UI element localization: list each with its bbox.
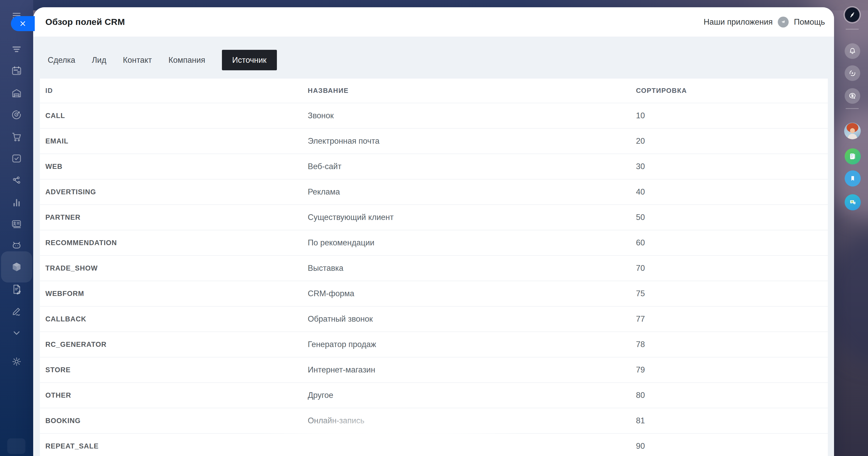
page-title: Обзор полей CRM bbox=[45, 17, 125, 27]
row-name: Существующий клиент bbox=[308, 213, 636, 222]
table-row: REPEAT_SALE 90 bbox=[40, 433, 828, 456]
column-header-sort: СОРТИРОВКА bbox=[636, 87, 828, 95]
crm-target-icon[interactable] bbox=[10, 109, 23, 121]
table-row: BOOKING Онлайн-запись 81 bbox=[40, 408, 828, 433]
row-name: Обратный звонок bbox=[308, 314, 636, 324]
header-links: Наши приложения Помощь bbox=[704, 7, 825, 37]
tab-lead[interactable]: Лид bbox=[92, 50, 106, 70]
row-id: REPEAT_SALE bbox=[40, 442, 308, 450]
table-row: RECOMMENDATION По рекомендации 60 bbox=[40, 230, 828, 255]
planner-icon[interactable] bbox=[10, 65, 23, 77]
entity-tabs: СделкаЛидКонтактКомпанияИсточник bbox=[48, 50, 277, 70]
row-name: Звонок bbox=[308, 111, 636, 120]
table-body: CALL Звонок 10 EMAIL Электронная почта 2… bbox=[40, 103, 828, 456]
row-sort: 30 bbox=[636, 162, 828, 171]
row-name: Интернет-магазин bbox=[308, 365, 636, 374]
row-sort: 70 bbox=[636, 264, 828, 273]
our-apps-link[interactable]: Наши приложения bbox=[704, 18, 773, 27]
row-id: PARTNER bbox=[40, 213, 308, 221]
table-row: STORE Интернет-магазин 79 bbox=[40, 357, 828, 382]
shop-cart-icon[interactable] bbox=[10, 130, 23, 143]
row-name: Веб-сайт bbox=[308, 162, 636, 171]
bookmark-app-icon[interactable] bbox=[845, 171, 861, 186]
bar-chart-icon[interactable] bbox=[10, 196, 23, 209]
telegram-icon[interactable] bbox=[778, 17, 789, 28]
chevron-down-icon[interactable] bbox=[10, 327, 23, 339]
id-card-icon[interactable] bbox=[10, 218, 23, 230]
robot-icon[interactable] bbox=[10, 239, 23, 252]
row-id: WEB bbox=[40, 163, 308, 171]
row-id: OTHER bbox=[40, 391, 308, 399]
row-name: Реклама bbox=[308, 187, 636, 196]
row-sort: 50 bbox=[636, 213, 828, 222]
row-name: Другое bbox=[308, 391, 636, 400]
row-sort: 77 bbox=[636, 314, 828, 324]
row-sort: 79 bbox=[636, 365, 828, 374]
table-row: PARTNER Существующий клиент 50 bbox=[40, 204, 828, 230]
table-row: EMAIL Электронная почта 20 bbox=[40, 128, 828, 154]
storage-icon[interactable] bbox=[10, 87, 23, 99]
row-name: Электронная почта bbox=[308, 136, 636, 146]
notifications-button[interactable] bbox=[845, 43, 860, 59]
tab-source[interactable]: Источник bbox=[222, 50, 277, 70]
row-id: EMAIL bbox=[40, 137, 308, 145]
table-row: OTHER Другое 80 bbox=[40, 382, 828, 408]
document-edit-icon[interactable] bbox=[10, 283, 23, 296]
row-id: RECOMMENDATION bbox=[40, 239, 308, 247]
row-sort: 60 bbox=[636, 238, 828, 247]
help-link[interactable]: Помощь bbox=[794, 18, 825, 27]
row-sort: 78 bbox=[636, 340, 828, 349]
tab-deal[interactable]: Сделка bbox=[48, 50, 75, 70]
row-id: ADVERTISING bbox=[40, 188, 308, 196]
news-app-icon[interactable] bbox=[845, 148, 861, 164]
rail-divider bbox=[846, 108, 859, 109]
column-header-id: ID bbox=[40, 87, 308, 95]
table-row: ADVERTISING Реклама 40 bbox=[40, 179, 828, 204]
rail-divider bbox=[846, 29, 859, 30]
row-sort: 20 bbox=[636, 136, 828, 146]
row-sort: 75 bbox=[636, 289, 828, 298]
app-root: Обзор полей CRM Наши приложения Помощь С… bbox=[0, 0, 868, 456]
row-name: Генератор продаж bbox=[308, 340, 636, 349]
bell-icon bbox=[848, 47, 857, 56]
row-id: TRADE_SHOW bbox=[40, 264, 308, 272]
user-avatar[interactable] bbox=[844, 123, 861, 139]
table-row: WEB Веб-сайт 30 bbox=[40, 154, 828, 179]
share-network-icon[interactable] bbox=[10, 174, 23, 187]
close-slider-button[interactable] bbox=[11, 16, 35, 31]
row-sort: 80 bbox=[636, 391, 828, 400]
row-id: WEBFORM bbox=[40, 290, 308, 298]
row-name: Онлайн-запись bbox=[308, 416, 636, 425]
sidebar-bottom-ghost bbox=[7, 438, 25, 454]
chat-transfer-button[interactable] bbox=[845, 88, 860, 104]
chats-app-icon[interactable] bbox=[845, 194, 861, 210]
table-row: CALL Звонок 10 bbox=[40, 103, 828, 128]
column-header-name: НАЗВАНИЕ bbox=[308, 87, 636, 95]
copilot-button[interactable] bbox=[845, 65, 860, 81]
table-header-row: ID НАЗВАНИЕ СОРТИРОВКА bbox=[40, 79, 828, 103]
row-sort: 90 bbox=[636, 442, 828, 451]
row-sort: 10 bbox=[636, 111, 828, 120]
row-id: CALLBACK bbox=[40, 315, 308, 323]
row-id: RC_GENERATOR bbox=[40, 341, 308, 348]
row-name: По рекомендации bbox=[308, 238, 636, 247]
row-sort: 40 bbox=[636, 187, 828, 196]
row-sort: 81 bbox=[636, 416, 828, 425]
row-id: CALL bbox=[40, 112, 308, 120]
row-id: BOOKING bbox=[40, 417, 308, 425]
edit-pencil-icon bbox=[848, 11, 856, 19]
tasks-check-icon[interactable] bbox=[10, 152, 23, 165]
settings-gear-icon[interactable] bbox=[10, 355, 23, 368]
tab-company[interactable]: Компания bbox=[168, 50, 205, 70]
modal-header: Обзор полей CRM Наши приложения Помощь bbox=[33, 7, 834, 37]
market-cube-icon[interactable] bbox=[10, 261, 23, 273]
edit-pencil-button[interactable] bbox=[845, 7, 860, 22]
tab-contact[interactable]: Контакт bbox=[123, 50, 152, 70]
fields-table: ID НАЗВАНИЕ СОРТИРОВКА CALL Звонок 10 EM… bbox=[40, 79, 828, 456]
row-id: STORE bbox=[40, 366, 308, 374]
feed-icon[interactable] bbox=[10, 43, 23, 56]
table-row: WEBFORM CRM-форма 75 bbox=[40, 281, 828, 306]
sign-pencil-icon[interactable] bbox=[10, 305, 23, 317]
left-sidebar bbox=[0, 0, 33, 456]
row-name: Выставка bbox=[308, 264, 636, 273]
